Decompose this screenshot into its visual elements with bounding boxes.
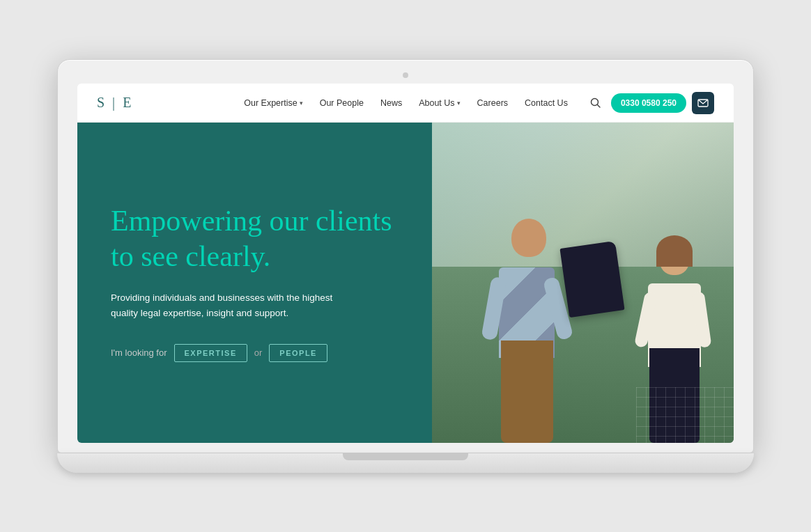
chevron-down-icon: ▾ <box>457 100 461 107</box>
navigation: S | E Our Expertise ▾ Our People News <box>77 84 734 123</box>
expertise-button[interactable]: EXPERTISE <box>174 344 247 362</box>
laptop-camera <box>403 72 408 78</box>
hero-image <box>432 123 734 443</box>
phone-button[interactable]: 0330 0580 250 <box>611 93 686 113</box>
nav-actions: 0330 0580 250 <box>586 92 714 114</box>
nav-our-expertise[interactable]: Our Expertise ▾ <box>237 94 309 112</box>
email-icon <box>697 99 709 107</box>
cta-or: or <box>254 347 263 358</box>
nav-about-us[interactable]: About Us ▾ <box>412 94 467 112</box>
svg-line-1 <box>597 104 600 107</box>
search-button[interactable] <box>586 93 605 113</box>
cta-prefix: I'm looking for <box>111 347 167 358</box>
hero-cta: I'm looking for EXPERTISE or PEOPLE <box>111 344 399 362</box>
nav-contact-us[interactable]: Contact Us <box>518 94 575 112</box>
svg-rect-3 <box>636 387 734 443</box>
search-icon <box>590 97 601 109</box>
email-button[interactable] <box>692 92 714 114</box>
hero-subtext: Providing individuals and businesses wit… <box>111 290 348 322</box>
document-prop <box>560 241 625 318</box>
website: S | E Our Expertise ▾ Our People News <box>77 84 734 443</box>
nav-careers[interactable]: Careers <box>470 94 515 112</box>
nav-news[interactable]: News <box>373 94 409 112</box>
hero-bg <box>432 123 734 443</box>
chevron-down-icon: ▾ <box>300 100 303 107</box>
nav-links: Our Expertise ▾ Our People News About Us… <box>237 94 575 112</box>
nav-our-people[interactable]: Our People <box>313 94 371 112</box>
laptop-container: S | E Our Expertise ▾ Our People News <box>57 59 754 473</box>
grid-decoration <box>636 387 734 443</box>
hero-left-panel: Empowering our clients to see clearly. P… <box>77 123 432 443</box>
hero-heading: Empowering our clients to see clearly. <box>111 203 399 274</box>
people-button[interactable]: PEOPLE <box>269 344 327 362</box>
hero-section: Empowering our clients to see clearly. P… <box>77 123 734 443</box>
site-logo[interactable]: S | E <box>97 95 133 111</box>
laptop-screen-outer: S | E Our Expertise ▾ Our People News <box>57 59 754 453</box>
laptop-screen-bezel: S | E Our Expertise ▾ Our People News <box>77 84 734 443</box>
laptop-base <box>57 453 754 473</box>
person-1 <box>486 199 570 443</box>
